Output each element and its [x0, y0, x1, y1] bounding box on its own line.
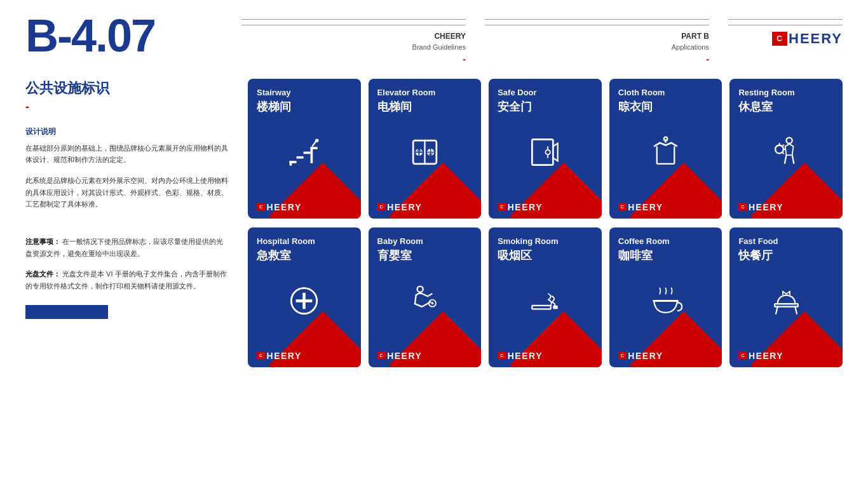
card-logo-text: HEERY: [267, 351, 302, 361]
card-logo-box: C: [377, 203, 386, 210]
header-section-logo: C HEERY: [728, 19, 843, 47]
svg-point-35: [417, 287, 423, 292]
notice-label: 注意事项：: [25, 238, 60, 245]
svg-point-17: [546, 150, 550, 154]
card-title-en: Baby Room: [377, 236, 473, 247]
card-logo: C HEERY: [377, 351, 473, 361]
left-panel: 公共设施标识 - 设计说明 在基础部分原则的基础上，围绕品牌核心元素展开的应用物…: [25, 79, 229, 367]
svg-rect-39: [553, 306, 558, 309]
svg-line-25: [784, 156, 786, 165]
card-header: Safe Door 安全门: [489, 79, 602, 115]
card-logo-box: C: [618, 203, 627, 210]
svg-rect-1: [297, 156, 304, 159]
card-logo: C HEERY: [257, 202, 352, 212]
card-logo: C HEERY: [257, 351, 352, 361]
logo-box: C: [772, 32, 787, 46]
header-section-brand: CHEERY Brand Guidelines -: [241, 19, 466, 66]
card-header: Cloth Room 晾衣间: [609, 79, 722, 115]
card-footer: C HEERY: [729, 344, 843, 367]
card-title-cn: 育婴室: [377, 248, 473, 263]
card-icon-area: [489, 114, 602, 195]
svg-line-43: [795, 307, 797, 314]
card-header: Smoking Room 吸烟区: [489, 227, 602, 264]
header-dividers: CHEERY Brand Guidelines - PART B Applica…: [241, 13, 843, 66]
card-footer: C HEERY: [369, 196, 482, 219]
disk-label: 光盘文件：: [25, 270, 60, 278]
card-logo: C HEERY: [498, 202, 593, 212]
card-footer: C HEERY: [609, 344, 722, 367]
card-logo-box: C: [257, 352, 266, 359]
card-header: Resting Room 休息室: [729, 79, 843, 115]
cards-row-1: Stairway 楼梯间 C HEERY Elevator Room 电梯间: [248, 79, 843, 219]
card-icon-area: [729, 263, 843, 344]
facility-card: Elevator Room 电梯间 C HEERY: [369, 79, 482, 219]
card-logo-text: HEERY: [628, 202, 663, 212]
svg-rect-2: [304, 152, 311, 154]
card-logo-box: C: [498, 352, 506, 359]
svg-line-42: [776, 307, 778, 314]
card-footer: C HEERY: [248, 344, 361, 367]
card-icon-area: [609, 114, 722, 195]
card-title-en: Cloth Room: [618, 88, 714, 98]
card-footer: C HEERY: [489, 344, 602, 367]
card-icon-fastfood: [769, 283, 804, 323]
card-header: Stairway 楼梯间: [248, 79, 361, 115]
card-header: Hospital Room 急救室: [248, 227, 361, 264]
svg-point-37: [431, 302, 433, 305]
card-icon-smoking: [527, 283, 562, 323]
card-title-cn: 晾衣间: [618, 99, 714, 114]
card-header: Fast Food 快餐厅: [729, 227, 843, 264]
facility-card: Smoking Room 吸烟区 C HEERY: [489, 227, 602, 367]
design-text-1: 在基础部分原则的基础上，围绕品牌核心元素展开的应用物料的具体设计、规范和制作方法…: [25, 142, 229, 166]
card-logo-box: C: [738, 352, 747, 359]
card-header: Baby Room 育婴室: [369, 227, 482, 264]
card-title-cn: 楼梯间: [257, 99, 352, 114]
main-content: 公共设施标识 - 设计说明 在基础部分原则的基础上，围绕品牌核心元素展开的应用物…: [0, 66, 868, 380]
card-logo: C HEERY: [738, 351, 834, 361]
card-logo: C HEERY: [738, 202, 834, 212]
card-icon-baby: [407, 283, 442, 323]
svg-rect-5: [311, 147, 313, 164]
card-icon-resting: [769, 135, 804, 175]
facility-card: Resting Room 休息室 C HEERY: [729, 79, 843, 219]
page-number: B-4.07: [25, 13, 241, 58]
design-note-title: 设计说明: [25, 126, 229, 137]
card-logo-text: HEERY: [387, 351, 422, 361]
card-logo-text: HEERY: [628, 351, 663, 361]
svg-point-20: [664, 137, 668, 141]
card-title-cn: 急救室: [257, 248, 352, 263]
card-logo-text: HEERY: [749, 202, 783, 212]
card-icon-area: [369, 263, 482, 344]
svg-point-27: [775, 146, 783, 154]
card-icon-elevator: [407, 135, 442, 175]
card-logo: C HEERY: [618, 202, 714, 212]
header-brand-text: CHEERY Brand Guidelines -: [412, 30, 466, 66]
card-title-en: Safe Door: [498, 88, 593, 98]
card-logo: C HEERY: [498, 351, 593, 361]
card-icon-safe-door: [527, 135, 562, 175]
facility-card: Stairway 楼梯间 C HEERY: [248, 79, 361, 219]
notice-section: 注意事项： 在一般情况下使用品牌标志，应该尽量使用提供的光盘资源文件，避免在重绘…: [25, 236, 229, 292]
card-header: Elevator Room 电梯间: [369, 79, 482, 115]
card-title-en: Hospital Room: [257, 236, 352, 247]
card-title-cn: 电梯间: [377, 99, 473, 114]
header-logo: C HEERY: [772, 30, 843, 47]
svg-line-6: [313, 142, 316, 146]
card-logo-box: C: [618, 352, 627, 359]
card-icon-coffee: [648, 283, 683, 323]
facility-card: Hospital Room 急救室 C HEERY: [248, 227, 361, 367]
card-logo-box: C: [738, 203, 747, 210]
card-logo-box: C: [257, 203, 266, 210]
card-footer: C HEERY: [489, 196, 602, 219]
header-left: B-4.07: [25, 13, 241, 58]
svg-line-26: [792, 156, 794, 165]
card-title-cn: 安全门: [498, 99, 593, 114]
card-logo-text: HEERY: [267, 202, 302, 212]
blue-bar: [25, 305, 108, 319]
card-footer: C HEERY: [248, 196, 361, 219]
svg-rect-38: [532, 306, 551, 309]
svg-line-31: [782, 152, 784, 154]
card-logo-text: HEERY: [508, 202, 543, 212]
card-title-en: Resting Room: [738, 88, 834, 98]
card-title-cn: 吸烟区: [498, 248, 593, 263]
